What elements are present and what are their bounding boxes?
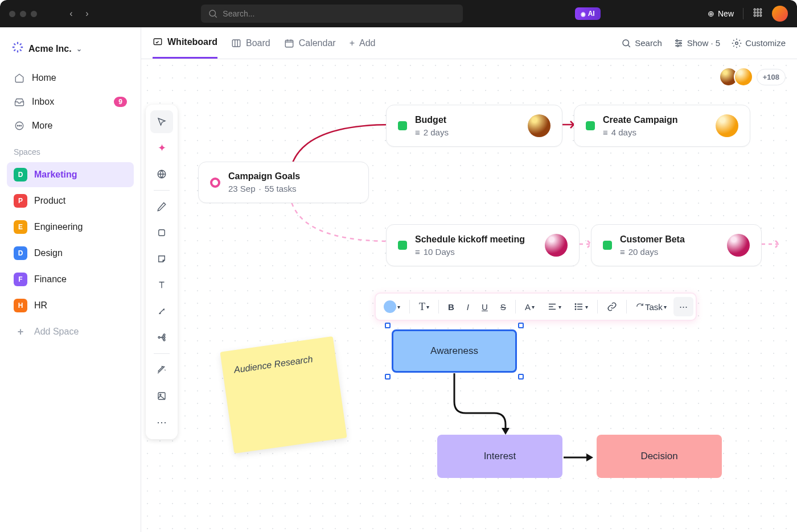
- spaces-header: Spaces: [7, 138, 134, 161]
- nav-inbox[interactable]: Inbox 9: [7, 90, 134, 113]
- gear-icon: [732, 38, 742, 48]
- space-engineering[interactable]: E Engineering: [7, 215, 134, 240]
- svg-point-3: [760, 9, 762, 10]
- collaborator-avatars[interactable]: +108: [724, 67, 786, 86]
- svg-rect-16: [285, 40, 293, 47]
- card-campaign-goals[interactable]: Campaign Goals 23 Sep · 55 tasks: [198, 162, 369, 203]
- search-icon: [208, 9, 218, 19]
- more-icon: [14, 120, 25, 131]
- svg-point-26: [163, 337, 165, 339]
- tab-board[interactable]: Board: [231, 27, 270, 59]
- svg-point-21: [736, 42, 738, 44]
- space-hr[interactable]: H HR: [7, 293, 134, 318]
- tool-image[interactable]: [150, 385, 173, 407]
- minimize-window[interactable]: [20, 11, 26, 17]
- workspace-icon: [11, 41, 24, 56]
- apps-icon[interactable]: [753, 7, 763, 20]
- workspace-selector[interactable]: Acme Inc. ⌄: [7, 36, 134, 61]
- svg-point-24: [158, 337, 160, 339]
- nav-more[interactable]: More: [7, 114, 134, 137]
- space-product[interactable]: P Product: [7, 188, 134, 213]
- text-color[interactable]: A ▾: [519, 298, 540, 316]
- svg-point-2: [757, 9, 759, 10]
- tool-pen[interactable]: [150, 195, 173, 218]
- view-search[interactable]: Search: [621, 38, 662, 48]
- space-design[interactable]: D Design: [7, 241, 134, 266]
- svg-point-20: [677, 45, 679, 47]
- svg-point-27: [163, 339, 165, 341]
- profile-avatar[interactable]: [772, 6, 788, 22]
- tab-add-view[interactable]: + Add: [350, 27, 376, 59]
- svg-point-31: [575, 306, 576, 307]
- shape-interest[interactable]: Interest: [437, 435, 562, 478]
- card-customer-beta[interactable]: Customer Beta ≡20 days: [591, 224, 762, 266]
- assignee-avatar[interactable]: [716, 114, 738, 137]
- card-create-campaign[interactable]: Create Campaign ≡4 days: [574, 105, 750, 147]
- tool-select[interactable]: [150, 110, 173, 133]
- tool-web[interactable]: [150, 163, 173, 185]
- sticky-note[interactable]: Audience Research: [220, 336, 347, 453]
- assignee-avatar[interactable]: [545, 234, 568, 257]
- svg-point-11: [17, 125, 18, 126]
- tool-mindmap[interactable]: [150, 326, 173, 349]
- card-kickoff[interactable]: Schedule kickoff meeting ≡10 Days: [386, 224, 580, 266]
- svg-point-18: [676, 40, 677, 42]
- svg-rect-23: [159, 230, 165, 236]
- svg-point-25: [163, 334, 165, 336]
- ai-button[interactable]: ◉ AI: [575, 7, 601, 20]
- link-button[interactable]: [601, 297, 623, 316]
- tab-calendar[interactable]: Calendar: [284, 27, 336, 59]
- add-space[interactable]: + Add Space: [7, 319, 134, 344]
- avatar[interactable]: [734, 67, 753, 86]
- bold-button[interactable]: B: [442, 298, 460, 316]
- new-button[interactable]: ⊕ New: [708, 9, 734, 18]
- svg-point-1: [754, 9, 755, 10]
- nav-forward[interactable]: ›: [80, 7, 94, 20]
- maximize-window[interactable]: [31, 11, 37, 17]
- svg-point-7: [754, 15, 755, 17]
- inbox-badge: 9: [114, 97, 127, 107]
- assignee-avatar[interactable]: [727, 234, 750, 257]
- list-icon: ≡: [620, 247, 625, 257]
- convert-to-task[interactable]: Task ▾: [630, 298, 672, 316]
- italic-button[interactable]: I: [461, 298, 475, 316]
- avatar-overflow[interactable]: +108: [757, 69, 786, 85]
- space-finance[interactable]: F Finance: [7, 267, 134, 292]
- font-family[interactable]: T ▾: [413, 296, 435, 317]
- close-window[interactable]: [9, 11, 15, 17]
- global-search[interactable]: Search...: [201, 5, 463, 23]
- status-green-icon: [398, 121, 407, 130]
- list-button[interactable]: ▾: [568, 297, 594, 316]
- strike-button[interactable]: S: [495, 298, 512, 316]
- tool-sticky[interactable]: [150, 248, 173, 270]
- tab-whiteboard[interactable]: Whiteboard: [153, 27, 217, 59]
- tool-ai-generate[interactable]: ✦: [150, 137, 173, 159]
- tool-shape[interactable]: [150, 221, 173, 244]
- svg-point-9: [760, 15, 762, 17]
- more-options[interactable]: ⋯: [673, 297, 693, 316]
- plus-icon: +: [14, 325, 27, 339]
- tool-text[interactable]: [150, 274, 173, 296]
- nav-home[interactable]: Home: [7, 67, 134, 89]
- tool-magic[interactable]: [150, 358, 173, 381]
- assignee-avatar[interactable]: [528, 114, 550, 137]
- whiteboard-canvas[interactable]: +108 ✦ ⋯: [141, 59, 797, 532]
- svg-rect-15: [232, 40, 240, 47]
- fill-color[interactable]: ▾: [378, 296, 406, 317]
- svg-point-19: [679, 42, 681, 44]
- inbox-icon: [14, 96, 25, 108]
- space-marketing[interactable]: D Marketing: [7, 162, 134, 187]
- whiteboard-tools: ✦ ⋯: [146, 105, 178, 439]
- plus-circle-icon: ⊕: [708, 9, 714, 18]
- tool-connector[interactable]: [150, 300, 173, 323]
- show-options[interactable]: Show · 5: [673, 38, 720, 48]
- nav-back[interactable]: ‹: [64, 7, 78, 20]
- customize-button[interactable]: Customize: [732, 38, 786, 48]
- underline-button[interactable]: U: [476, 298, 494, 316]
- shape-decision[interactable]: Decision: [597, 435, 722, 478]
- card-budget[interactable]: Budget ≡2 days: [386, 105, 562, 147]
- shape-awareness[interactable]: Awareness: [392, 329, 517, 373]
- align-button[interactable]: ▾: [541, 297, 567, 316]
- svg-point-0: [209, 10, 216, 17]
- tool-more[interactable]: ⋯: [150, 411, 173, 434]
